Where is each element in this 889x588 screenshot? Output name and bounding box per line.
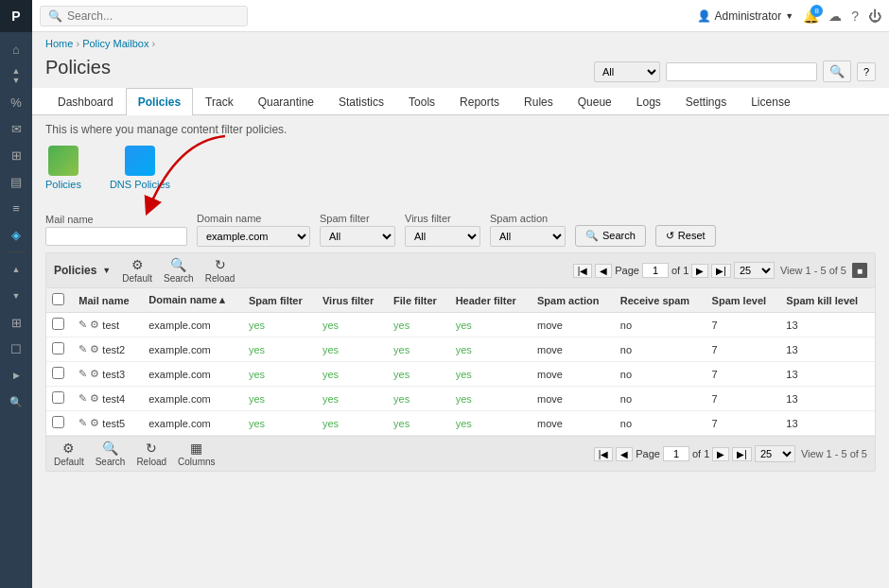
row-receive-spam: no <box>615 337 706 362</box>
sidebar-item-box[interactable]: ☐ <box>0 336 32 362</box>
row-domain-name: example.com <box>143 313 243 337</box>
page-number-input[interactable] <box>642 263 669 278</box>
row-check-3[interactable] <box>52 391 64 404</box>
virus-filter-select[interactable]: All <box>405 226 480 247</box>
sidebar-item-apps[interactable]: ⊞ <box>0 309 32 336</box>
search-box[interactable]: 🔍 <box>40 6 248 26</box>
bottom-search-btn[interactable]: 🔍 Search <box>96 441 126 467</box>
edit-icon[interactable]: ✎ <box>78 343 87 355</box>
tab-settings[interactable]: Settings <box>673 88 739 115</box>
bottom-last-page-btn[interactable]: ▶| <box>732 447 752 461</box>
bottom-next-page-btn[interactable]: ▶ <box>712 447 729 461</box>
tab-rules[interactable]: Rules <box>512 88 566 115</box>
bottom-first-page-btn[interactable]: |◀ <box>594 447 614 461</box>
policy-icons: Policies DNS Policies <box>45 146 170 190</box>
breadcrumb-policy-mailbox[interactable]: Policy Mailbox <box>82 38 148 49</box>
config-icon[interactable]: ⚙ <box>90 392 99 405</box>
tab-track[interactable]: Track <box>193 88 246 115</box>
sidebar-item-grid[interactable]: ⊞ <box>0 142 32 168</box>
row-check-1[interactable] <box>52 342 64 355</box>
row-mail-name: test3 <box>102 369 125 380</box>
sidebar-item-chart[interactable]: ▤ <box>0 168 32 195</box>
sidebar-item-percent[interactable]: % <box>0 89 32 115</box>
prev-page-btn[interactable]: ◀ <box>595 264 612 278</box>
cloud-icon[interactable]: ☁ <box>828 9 842 24</box>
policies-link[interactable]: Policies <box>45 179 81 190</box>
toolbar-default-btn[interactable]: ⚙ Default <box>122 257 152 284</box>
sidebar-item-home[interactable]: ⌂ <box>0 36 32 62</box>
config-icon[interactable]: ⚙ <box>90 343 99 355</box>
policies-icon-item[interactable]: Policies <box>45 146 81 190</box>
sidebar-item-up[interactable]: ▲▼ <box>0 62 32 89</box>
first-page-btn[interactable]: |◀ <box>573 264 593 278</box>
search-button[interactable]: 🔍 Search <box>575 225 646 247</box>
row-spam-kill-level: 13 <box>780 411 875 436</box>
row-file-filter: yes <box>388 337 450 362</box>
tab-dashboard[interactable]: Dashboard <box>45 88 126 115</box>
config-icon[interactable]: ⚙ <box>90 368 99 380</box>
row-check-2[interactable] <box>52 367 64 379</box>
global-filter-select[interactable]: All <box>594 61 660 82</box>
global-search-btn[interactable]: 🔍 <box>823 61 851 82</box>
spam-filter-select[interactable]: All <box>320 226 395 247</box>
bottom-page-input[interactable] <box>663 446 689 461</box>
notification-bell[interactable]: 🔔 8 <box>803 9 819 24</box>
sidebar-item-envelope[interactable]: ✉ <box>0 115 32 142</box>
toolbar-reload-btn[interactable]: ↻ Reload <box>205 257 235 284</box>
next-page-btn[interactable]: ▶ <box>691 264 708 278</box>
filter-virus-filter: Virus filter All <box>405 213 480 247</box>
sidebar-item-expand[interactable]: ▶ <box>0 362 32 389</box>
tab-logs[interactable]: Logs <box>624 88 673 115</box>
global-filter-input[interactable] <box>666 62 817 81</box>
dns-policies-link[interactable]: DNS Policies <box>110 179 170 190</box>
search-input[interactable] <box>67 9 237 23</box>
topbar: 🔍 👤 Administrator ▼ 🔔 8 ☁ ? ⏻ <box>32 0 889 32</box>
last-page-btn[interactable]: ▶| <box>711 264 731 278</box>
config-icon[interactable]: ⚙ <box>90 417 99 429</box>
tab-reports[interactable]: Reports <box>447 88 512 115</box>
spam-action-select[interactable]: All <box>490 226 566 247</box>
toolbar-left: Policies ▼ ⚙ Default 🔍 Search ↻ <box>54 257 235 284</box>
tab-policies[interactable]: Policies <box>126 88 193 115</box>
domain-name-select[interactable]: example.com <box>197 226 310 247</box>
edit-icon[interactable]: ✎ <box>78 417 87 429</box>
bottom-prev-page-btn[interactable]: ◀ <box>616 447 633 461</box>
edit-icon[interactable]: ✎ <box>78 392 87 405</box>
sidebar-item-menu[interactable]: ≡ <box>0 195 32 221</box>
per-page-select[interactable]: 25 50 100 <box>734 262 775 279</box>
row-check-4[interactable] <box>52 416 64 428</box>
tab-quarantine[interactable]: Quarantine <box>246 88 326 115</box>
config-icon[interactable]: ⚙ <box>90 319 99 331</box>
collapse-btn-top[interactable]: ■ <box>852 263 867 278</box>
sidebar-item-shield[interactable]: ◈ <box>0 221 32 248</box>
toolbar-search-btn[interactable]: 🔍 Search <box>164 257 194 284</box>
dns-policies-icon-item[interactable]: DNS Policies <box>110 146 170 190</box>
tab-tools[interactable]: Tools <box>396 88 447 115</box>
bottom-default-btn[interactable]: ⚙ Default <box>54 441 84 467</box>
power-icon[interactable]: ⏻ <box>868 9 881 24</box>
tab-statistics[interactable]: Statistics <box>326 88 396 115</box>
user-menu[interactable]: 👤 Administrator ▼ <box>697 9 794 23</box>
reset-button[interactable]: ↺ Reset <box>655 225 716 247</box>
sidebar-item-up2[interactable]: ▲ <box>0 256 32 283</box>
help-icon[interactable]: ? <box>851 9 859 24</box>
sidebar-item-down[interactable]: ▼ <box>0 283 32 309</box>
row-check-0[interactable] <box>52 318 64 330</box>
breadcrumb-home[interactable]: Home <box>45 38 73 49</box>
tab-queue[interactable]: Queue <box>566 88 624 115</box>
bottom-per-page-select[interactable]: 25 50 100 <box>755 445 795 462</box>
global-help-btn[interactable]: ? <box>857 62 876 81</box>
sidebar-divider <box>7 251 26 252</box>
select-all-checkbox[interactable] <box>52 293 64 305</box>
bottom-reload-btn[interactable]: ↻ Reload <box>136 441 166 467</box>
bottom-columns-btn[interactable]: ▦ Columns <box>178 441 215 467</box>
tab-license[interactable]: License <box>739 88 802 115</box>
sidebar-item-search[interactable]: 🔍 <box>0 389 32 415</box>
row-checkbox <box>46 411 73 436</box>
mail-name-input[interactable] <box>45 227 187 246</box>
row-file-filter: yes <box>388 313 450 337</box>
edit-icon[interactable]: ✎ <box>78 368 87 380</box>
row-spam-action: move <box>532 362 615 387</box>
main-area: 🔍 👤 Administrator ▼ 🔔 8 ☁ ? ⏻ Home › Pol… <box>32 0 889 588</box>
edit-icon[interactable]: ✎ <box>78 319 87 331</box>
